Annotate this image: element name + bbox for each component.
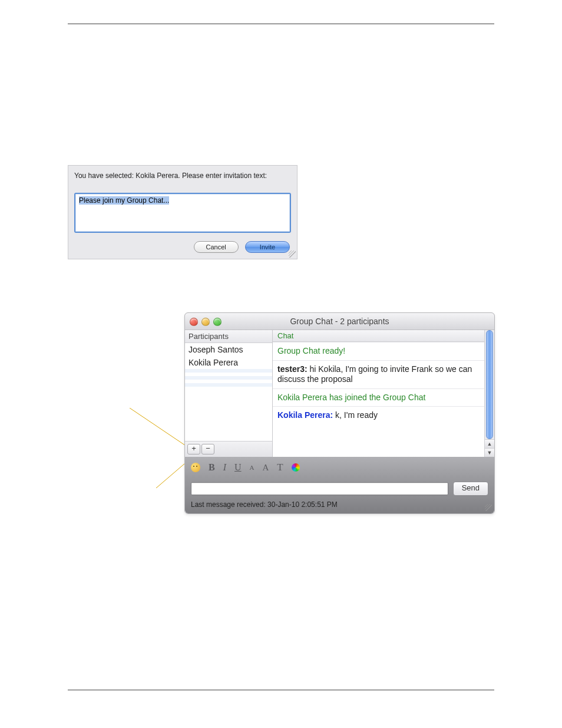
underline-icon[interactable]: U bbox=[234, 462, 242, 473]
status-text: Last message received: 30-Jan-10 2:05:51… bbox=[191, 500, 338, 509]
status-bar: Last message received: 30-Jan-10 2:05:51… bbox=[185, 498, 494, 513]
invite-dialog: You have selected: Kokila Perera. Please… bbox=[68, 165, 297, 259]
emoji-icon[interactable] bbox=[191, 463, 200, 472]
scroll-up-icon[interactable]: ▲ bbox=[485, 439, 494, 448]
participants-pane: Participants Joseph Santos Kokila Perera… bbox=[185, 330, 273, 457]
send-button[interactable]: Send bbox=[453, 482, 488, 496]
invite-prompt: You have selected: Kokila Perera. Please… bbox=[68, 166, 297, 187]
italic-icon[interactable]: I bbox=[223, 462, 226, 473]
color-picker-icon[interactable] bbox=[292, 463, 300, 472]
cancel-button[interactable]: Cancel bbox=[194, 241, 239, 253]
message-sender: tester3: bbox=[277, 364, 308, 374]
page-bottom-rule bbox=[68, 690, 494, 690]
list-item[interactable]: Kokila Perera bbox=[185, 356, 272, 369]
font-picker-icon[interactable]: T bbox=[277, 462, 283, 473]
chat-body: Participants Joseph Santos Kokila Perera… bbox=[185, 330, 494, 457]
invite-button-row: Cancel Invite bbox=[68, 239, 297, 259]
message-text: Group Chat ready! bbox=[277, 346, 345, 355]
page-top-rule bbox=[68, 24, 494, 24]
traffic-lights bbox=[190, 318, 222, 326]
remove-participant-button[interactable]: − bbox=[201, 444, 214, 454]
scroll-down-icon[interactable]: ▼ bbox=[485, 448, 494, 457]
list-item[interactable] bbox=[185, 387, 272, 390]
message-text: Kokila Perera has joined the Group Chat bbox=[277, 393, 425, 402]
add-participant-button[interactable]: + bbox=[187, 444, 200, 454]
messages-scroll[interactable]: Chat Group Chat ready! tester3: hi Kokil… bbox=[273, 330, 484, 457]
compose-row: Send bbox=[185, 478, 494, 498]
participants-header: Participants bbox=[185, 330, 272, 343]
resize-grip-icon[interactable] bbox=[289, 251, 296, 258]
titlebar[interactable]: Group Chat - 2 participants bbox=[185, 313, 494, 330]
invitation-text-value: Please join my Group Chat... bbox=[79, 196, 169, 205]
invite-button[interactable]: Invite bbox=[245, 241, 290, 253]
resize-grip-icon[interactable] bbox=[485, 504, 492, 511]
close-icon[interactable] bbox=[190, 318, 198, 326]
list-item[interactable]: Joseph Santos bbox=[185, 343, 272, 356]
system-message: Kokila Perera has joined the Group Chat bbox=[273, 388, 484, 407]
message-input[interactable] bbox=[191, 482, 448, 495]
participant-buttons: + − bbox=[185, 441, 272, 457]
participants-list: Joseph Santos Kokila Perera bbox=[185, 343, 272, 441]
font-larger-icon[interactable]: A bbox=[263, 463, 269, 473]
scrollbar-thumb[interactable] bbox=[486, 330, 493, 439]
invitation-text-input[interactable]: Please join my Group Chat... bbox=[74, 193, 291, 233]
system-message: Group Chat ready! bbox=[273, 342, 484, 360]
minimize-icon[interactable] bbox=[201, 318, 210, 326]
format-toolbar: B I U A A T bbox=[185, 457, 494, 478]
zoom-icon[interactable] bbox=[213, 318, 222, 326]
messages-pane: Chat Group Chat ready! tester3: hi Kokil… bbox=[273, 330, 494, 457]
font-smaller-icon[interactable]: A bbox=[250, 464, 254, 471]
scrollbar[interactable]: ▲ ▼ bbox=[484, 330, 494, 457]
chat-message: tester3: hi Kokila, I'm going to invite … bbox=[273, 360, 484, 388]
window-title: Group Chat - 2 participants bbox=[185, 313, 494, 330]
scrollbar-track[interactable] bbox=[485, 330, 494, 439]
chat-message: Kokila Perera: k, I'm ready bbox=[273, 406, 484, 424]
messages-header: Chat bbox=[273, 330, 484, 342]
message-sender: Kokila Perera: bbox=[277, 410, 333, 420]
group-chat-window: Group Chat - 2 participants Participants… bbox=[184, 312, 495, 514]
bold-icon[interactable]: B bbox=[209, 462, 215, 473]
message-text: k, I'm ready bbox=[335, 410, 378, 420]
